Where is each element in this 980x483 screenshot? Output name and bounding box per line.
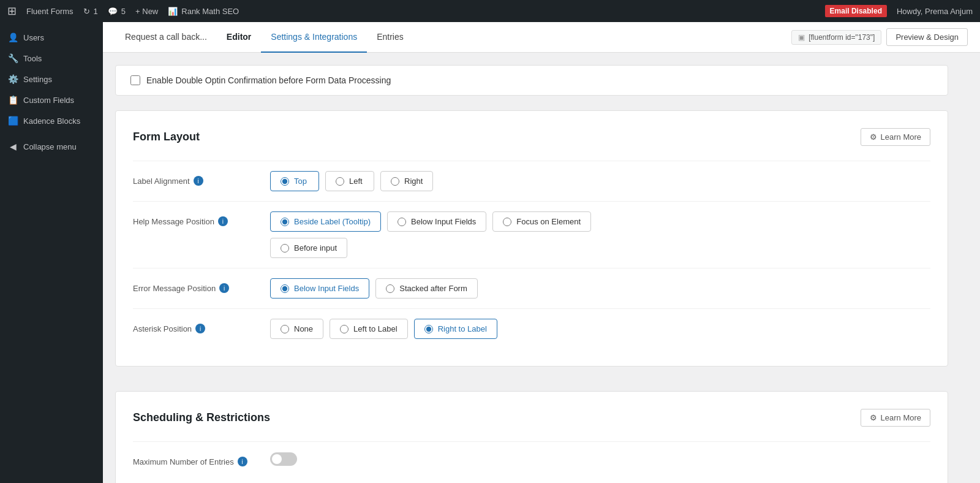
admin-bar: ⊞ Fluent Forms ↻ 1 💬 5 + New 📊 Rank Math… [0,0,980,22]
max-entries-info-icon[interactable]: i [238,457,247,466]
admin-bar-comments[interactable]: 💬 5 [108,7,126,16]
label-alignment-left-radio[interactable] [336,177,344,186]
error-message-position-options: Below Input Fields Stacked after Form [270,278,478,299]
scheduling-learn-more-button[interactable]: ⚙ Learn More [861,409,930,427]
sub-nav-request[interactable]: Request a call back... [115,22,217,53]
optin-label: Enable Double Optin Confirmation before … [146,75,391,85]
comments-count: 5 [121,7,126,16]
label-alignment-left-option[interactable]: Left [325,171,374,191]
label-alignment-info-icon[interactable]: i [194,176,203,186]
help-message-beside-radio[interactable] [281,218,289,226]
label-alignment-top-option[interactable]: Top [270,171,319,191]
label-alignment-top-radio[interactable] [281,177,289,186]
kadence-blocks-icon: 🟦 [7,115,18,126]
content-area: Enable Double Optin Confirmation before … [103,53,960,483]
error-message-below-input-option[interactable]: Below Input Fields [270,278,369,299]
sidebar-item-settings[interactable]: ⚙️ Settings [0,69,103,89]
help-message-before-input-option[interactable]: Before input [270,238,347,258]
sidebar-item-tools[interactable]: 🔧 Tools [0,48,103,69]
label-alignment-text: Label Alignment [133,177,190,186]
label-alignment-label: Label Alignment i [133,171,255,186]
asterisk-none-option[interactable]: None [270,319,323,339]
sidebar-item-collapse-menu[interactable]: ◀ Collapse menu [0,136,103,157]
gray-divider-1 [115,98,948,110]
label-alignment-left-label: Left [349,177,363,186]
sub-nav-entries[interactable]: Entries [367,22,413,53]
help-message-below-input-option[interactable]: Below Input Fields [387,211,486,232]
form-layout-title: Form Layout [133,131,200,143]
label-alignment-row: Label Alignment i Top Left [133,161,930,201]
asterisk-position-text: Asterisk Position [133,324,192,333]
sidebar-item-label-custom-fields: Custom Fields [23,96,74,105]
optin-checkbox[interactable] [130,75,140,85]
scheduling-title: Scheduling & Restrictions [133,411,270,424]
label-alignment-right-label: Right [404,177,423,186]
asterisk-position-info-icon[interactable]: i [195,324,205,333]
max-entries-toggle[interactable] [270,452,297,466]
help-message-focus-label-text: Focus on Element [516,217,581,226]
help-message-below-radio[interactable] [398,218,406,226]
sidebar-item-kadence-blocks[interactable]: 🟦 Kadence Blocks [0,110,103,131]
sidebar-item-label-settings: Settings [23,75,52,84]
learn-more-label: Learn More [881,132,921,142]
admin-bar-site-name[interactable]: Fluent Forms [26,7,74,16]
sub-nav-settings[interactable]: Settings & Integrations [261,22,367,53]
main-content: Request a call back... Editor Settings &… [103,22,980,483]
asterisk-position-label: Asterisk Position i [133,319,255,333]
asterisk-right-radio[interactable] [424,325,433,333]
help-message-below-label-text: Below Input Fields [411,217,476,226]
label-alignment-right-radio[interactable] [391,177,399,186]
scheduling-learn-more-icon: ⚙ [870,413,877,422]
preview-design-button[interactable]: Preview & Design [886,28,968,46]
asterisk-none-radio[interactable] [281,325,289,333]
scheduling-header: Scheduling & Restrictions ⚙ Learn More [133,409,930,427]
sidebar-item-label-tools: Tools [23,54,42,63]
admin-bar-new[interactable]: + New [135,7,158,16]
form-layout-header: Form Layout ⚙ Learn More [133,128,930,146]
asterisk-none-label: None [294,324,313,333]
error-message-stacked-option[interactable]: Stacked after Form [375,278,478,299]
error-message-position-row: Error Message Position i Below Input Fie… [133,268,930,308]
asterisk-position-options: None Left to Label Right to Label [270,319,497,339]
site-name-label: Fluent Forms [26,7,74,16]
asterisk-left-radio[interactable] [340,325,349,333]
sidebar: 👤 Users 🔧 Tools ⚙️ Settings 📋 Custom Fie… [0,22,103,483]
admin-bar-rank-math[interactable]: 📊 Rank Math SEO [168,7,239,16]
help-message-focus-option[interactable]: Focus on Element [492,211,591,232]
scheduling-learn-more-label: Learn More [881,413,921,422]
admin-bar-wp-logo[interactable]: ⊞ [7,4,17,18]
admin-bar-howdy: Howdy, Prema Anjum [897,7,973,16]
error-message-position-info-icon[interactable]: i [219,283,229,293]
sidebar-item-users[interactable]: 👤 Users [0,27,103,48]
help-message-position-info-icon[interactable]: i [218,216,228,226]
label-alignment-right-option[interactable]: Right [380,171,433,191]
max-entries-text: Maximum Number of Entries [133,457,234,466]
asterisk-left-option[interactable]: Left to Label [330,319,408,339]
error-message-position-text: Error Message Position [133,284,216,293]
help-message-position-row: Help Message Position i Beside Label (To… [133,201,930,268]
sub-nav-settings-label: Settings & Integrations [271,32,357,42]
comments-icon: 💬 [108,7,118,16]
help-message-beside-label-option[interactable]: Beside Label (Tooltip) [270,211,381,232]
error-message-below-label-text: Below Input Fields [294,284,359,293]
admin-bar-updates[interactable]: ↻ 1 [83,7,98,16]
asterisk-left-label: Left to Label [353,324,398,333]
sidebar-item-custom-fields[interactable]: 📋 Custom Fields [0,89,103,110]
sidebar-item-label-users: Users [23,33,44,42]
shortcode-box[interactable]: ▣ [fluentform id="173"] [791,30,881,45]
help-message-focus-radio[interactable] [503,218,511,226]
error-message-below-radio[interactable] [281,284,289,293]
sidebar-item-label-kadence-blocks: Kadence Blocks [23,116,80,126]
rank-math-icon: 📊 [168,7,178,16]
asterisk-right-option[interactable]: Right to Label [414,319,497,339]
wp-icon: ⊞ [7,4,17,18]
form-layout-learn-more-button[interactable]: ⚙ Learn More [861,128,930,146]
help-message-before-radio[interactable] [281,244,289,253]
sub-nav-editor[interactable]: Editor [217,22,261,53]
error-message-stacked-radio[interactable] [386,284,394,293]
help-message-beside-label-text: Beside Label (Tooltip) [294,217,371,226]
updates-icon: ↻ [83,7,90,16]
gray-divider-2 [115,379,948,391]
scheduling-card: Scheduling & Restrictions ⚙ Learn More M… [115,391,948,483]
shortcode-icon: ▣ [798,33,805,42]
